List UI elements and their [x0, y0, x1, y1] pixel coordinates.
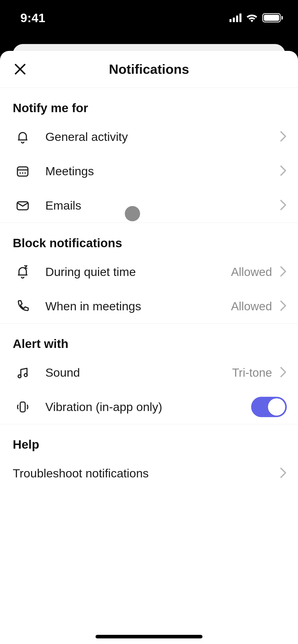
chevron-right-icon: [280, 266, 287, 278]
section-block-notifications: Block notifications During quiet time Al…: [0, 223, 298, 324]
row-label: Emails: [45, 198, 280, 212]
row-when-in-meetings[interactable]: When in meetings Allowed: [0, 289, 298, 323]
section-title-alert: Alert with: [0, 324, 298, 355]
section-help: Help Troubleshoot notifications: [0, 424, 298, 490]
section-title-notify: Notify me for: [0, 88, 298, 120]
chevron-right-icon: [280, 165, 287, 177]
chevron-right-icon: [280, 300, 287, 312]
svg-rect-0: [17, 167, 28, 176]
row-label: During quiet time: [45, 265, 231, 279]
close-button[interactable]: [11, 60, 29, 78]
cellular-icon: [229, 13, 241, 22]
home-indicator: [96, 635, 202, 638]
svg-point-1: [20, 172, 21, 173]
status-bar: 9:41: [0, 0, 298, 36]
row-sound[interactable]: Sound Tri-tone: [0, 355, 298, 390]
bell-snooze-icon: [15, 265, 30, 279]
row-value: Tri-tone: [232, 366, 272, 379]
mail-icon: [15, 198, 30, 213]
row-general-activity[interactable]: General activity: [0, 120, 298, 154]
chevron-right-icon: [280, 131, 287, 143]
svg-point-6: [24, 373, 27, 376]
touch-indicator: [125, 206, 140, 221]
wifi-icon: [246, 13, 258, 22]
svg-rect-7: [20, 402, 25, 412]
row-label: General activity: [45, 130, 280, 144]
calendar-icon: [15, 164, 30, 179]
row-label: Meetings: [45, 164, 280, 178]
status-time: 9:41: [20, 11, 45, 25]
section-notify-me-for: Notify me for General activity: [0, 88, 298, 223]
svg-point-3: [24, 172, 26, 173]
row-troubleshoot[interactable]: Troubleshoot notifications: [0, 456, 298, 490]
page-title: Notifications: [109, 62, 189, 77]
row-value: Allowed: [231, 299, 272, 313]
close-icon: [13, 62, 27, 76]
row-meetings[interactable]: Meetings: [0, 154, 298, 188]
row-emails[interactable]: Emails: [0, 188, 298, 223]
vibrate-icon: [15, 400, 30, 414]
phone-icon: [15, 299, 30, 314]
battery-icon: [262, 13, 283, 22]
section-title-help: Help: [0, 424, 298, 456]
row-value: Allowed: [231, 265, 272, 279]
section-title-block: Block notifications: [0, 223, 298, 255]
row-quiet-time[interactable]: During quiet time Allowed: [0, 255, 298, 289]
chevron-right-icon: [280, 467, 287, 479]
notifications-sheet: Notifications Notify me for General acti…: [0, 51, 298, 644]
row-label: Troubleshoot notifications: [13, 466, 280, 480]
section-alert-with: Alert with Sound Tri-tone: [0, 324, 298, 424]
row-vibration: Vibration (in-app only): [0, 390, 298, 424]
status-indicators: [229, 13, 283, 22]
chevron-right-icon: [280, 199, 287, 212]
sheet-header: Notifications: [0, 51, 298, 88]
svg-point-5: [18, 375, 21, 378]
svg-point-2: [22, 172, 23, 173]
bell-icon: [15, 129, 30, 144]
vibration-toggle[interactable]: [251, 397, 287, 417]
row-label: When in meetings: [45, 299, 231, 313]
row-label: Sound: [45, 365, 232, 379]
chevron-right-icon: [280, 367, 287, 379]
music-icon: [15, 365, 30, 380]
row-label: Vibration (in-app only): [45, 400, 251, 414]
